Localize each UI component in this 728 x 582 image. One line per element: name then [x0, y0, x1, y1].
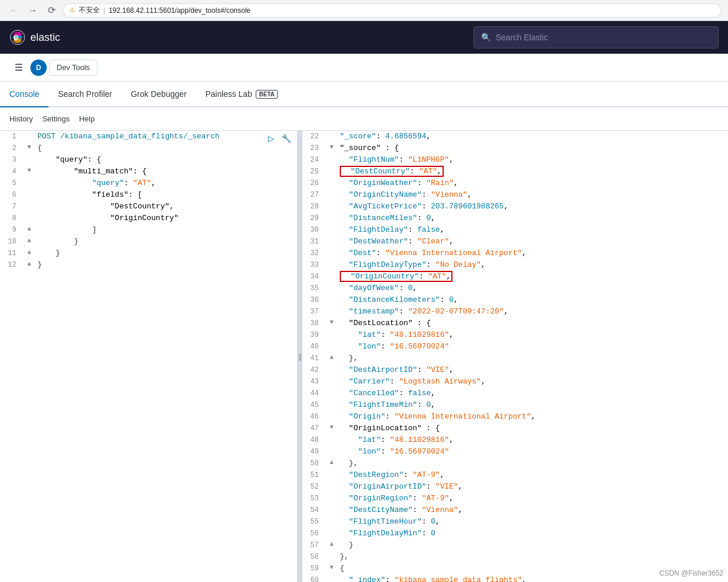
svg-text:e: e: [13, 32, 19, 42]
result-line: 52 "OriginAirportID": "VIE",: [302, 481, 728, 493]
result-line: 37 "timestamp": "2022-02-07T09:47:20",: [302, 306, 728, 318]
results-panel[interactable]: 22"_score": 4.6856594,23▼"_source" : {24…: [302, 131, 728, 582]
result-line: 38▼ "DestLocation" : {: [302, 318, 728, 329]
json-punct: }: [37, 260, 42, 269]
result-gutter[interactable]: ▼: [326, 142, 337, 152]
result-content: "DestLocation" : {: [337, 318, 728, 329]
result-gutter[interactable]: ▲: [326, 458, 337, 468]
tab-grok-debugger[interactable]: Grok Debugger: [121, 82, 196, 107]
json-key: "Dest": [349, 249, 377, 257]
header-search[interactable]: 🔍 Search Elastic: [473, 26, 719, 48]
result-content: "OriginLocation" : {: [337, 423, 728, 434]
dev-tools-button[interactable]: Dev Tools: [49, 60, 97, 76]
result-content: "DistanceMiles": 0,: [337, 212, 728, 224]
result-line: 51 "DestRegion": "AT-9",: [302, 469, 728, 481]
result-line: 34 "OriginCountry": "AT",: [302, 271, 728, 283]
line-gutter[interactable]: ▼: [23, 142, 35, 152]
app-nav: ☰ D Dev Tools: [0, 54, 728, 82]
json-value: "16.56970024": [390, 447, 449, 456]
editor-line: 2▼{: [0, 142, 297, 154]
result-line-number: 58: [302, 551, 326, 562]
security-icon: ⚠: [69, 6, 75, 14]
wrench-button[interactable]: 🔧: [280, 132, 292, 145]
result-line-number: 42: [302, 364, 326, 375]
result-line-number: 49: [302, 446, 326, 457]
json-value: 0: [426, 400, 431, 409]
result-content: },: [337, 458, 728, 469]
result-line-number: 56: [302, 528, 326, 539]
result-line-number: 54: [302, 504, 326, 515]
json-key: "OriginAirportID": [349, 482, 427, 491]
result-content: "DestCityName": "Vienna",: [337, 504, 728, 516]
json-key: "lon": [358, 342, 381, 351]
result-line: 36 "DistanceKilometers": 0,: [302, 294, 728, 306]
hamburger-button[interactable]: ☰: [9, 58, 28, 77]
history-link[interactable]: History: [9, 114, 33, 123]
json-key: "DestWeather": [349, 237, 408, 246]
forward-button[interactable]: →: [26, 4, 40, 18]
result-line: 43 "Carrier": "Logstash Airways",: [302, 376, 728, 388]
tab-search-profiler[interactable]: Search Profiler: [48, 82, 121, 107]
result-gutter[interactable]: ▼: [326, 563, 337, 573]
result-content: "lat": "48.11029816",: [337, 434, 728, 446]
result-line: 44 "Cancelled": false,: [302, 388, 728, 399]
result-gutter[interactable]: ▼: [326, 423, 337, 433]
result-gutter[interactable]: ▼: [326, 318, 337, 327]
address-bar[interactable]: ⚠ 不安全 | 192.168.42.111:5601/app/dev_tool…: [63, 4, 721, 18]
help-link[interactable]: Help: [79, 114, 95, 123]
json-key: "FlightDelayMin": [349, 529, 422, 538]
result-line-number: 25: [302, 166, 326, 177]
editor-content[interactable]: 1POST /kibana_sample_data_flights/_searc…: [0, 131, 297, 582]
line-gutter[interactable]: ▲: [23, 236, 35, 246]
result-content: "Dest": "Vienna International Airport",: [337, 248, 728, 259]
json-punct: }: [349, 541, 354, 549]
elastic-logo[interactable]: e elastic: [9, 29, 60, 46]
result-content: }: [337, 539, 728, 551]
app-header: e elastic 🔍 Search Elastic: [0, 21, 728, 54]
result-line-number: 23: [302, 142, 326, 154]
result-line: 48 "lat": "48.11029816",: [302, 434, 728, 446]
result-content: "DestWeather": "Clear",: [337, 236, 728, 248]
result-content: "FlightDelay": false,: [337, 224, 728, 236]
result-line: 30 "FlightDelay": false,: [302, 224, 728, 236]
line-number: 10: [0, 236, 23, 247]
result-line: 49 "lon": "16.56970024": [302, 446, 728, 458]
json-value: "AT-9": [413, 471, 440, 479]
result-content: "DestAirportID": "VIE",: [337, 364, 728, 376]
json-key: "_score": [340, 132, 376, 141]
result-line-number: 41: [302, 353, 326, 364]
result-line: 56 "FlightDelayMin": 0: [302, 528, 728, 539]
reload-button[interactable]: ⟳: [44, 4, 58, 18]
result-content: },: [337, 353, 728, 364]
main-content: 1POST /kibana_sample_data_flights/_searc…: [0, 131, 728, 582]
json-value: "16.56970024": [390, 342, 449, 351]
line-gutter[interactable]: ▲: [23, 224, 35, 234]
run-button[interactable]: ▷: [264, 132, 277, 145]
tabs-bar: Console Search Profiler Grok Debugger Pa…: [0, 82, 728, 107]
json-key: "DestAirportID": [349, 365, 417, 374]
result-content: "lon": "16.56970024": [337, 341, 728, 353]
json-key: "FlightDelay": [349, 225, 408, 234]
tab-console[interactable]: Console: [0, 82, 48, 107]
result-line: 29 "DistanceMiles": 0,: [302, 212, 728, 224]
line-gutter[interactable]: ▲: [23, 259, 35, 269]
result-gutter[interactable]: ▲: [326, 353, 337, 363]
json-key: "FlightTimeMin": [349, 400, 417, 409]
line-gutter[interactable]: ▲: [23, 248, 35, 257]
result-content: "timestamp": "2022-02-07T09:47:20",: [337, 306, 728, 318]
json-value: "No Delay": [436, 260, 481, 269]
result-line: 35 "dayOfWeek": 0,: [302, 283, 728, 294]
settings-link[interactable]: Settings: [42, 114, 69, 123]
line-number: 2: [0, 142, 23, 154]
results-content: 22"_score": 4.6856594,23▼"_source" : {24…: [302, 131, 728, 582]
line-content: }: [35, 248, 297, 259]
panel-resizer[interactable]: [298, 131, 302, 582]
result-line: 41▲ },: [302, 353, 728, 364]
json-value: "48.11029816": [390, 330, 449, 339]
tab-painless-lab[interactable]: Painless Lab BETA: [196, 82, 288, 107]
editor-line: 3 "query": {: [0, 154, 297, 166]
line-gutter[interactable]: ▼: [23, 166, 35, 176]
result-gutter[interactable]: ▲: [326, 539, 337, 549]
back-button[interactable]: ←: [7, 4, 21, 18]
result-content: "OriginRegion": "AT-9",: [337, 493, 728, 504]
